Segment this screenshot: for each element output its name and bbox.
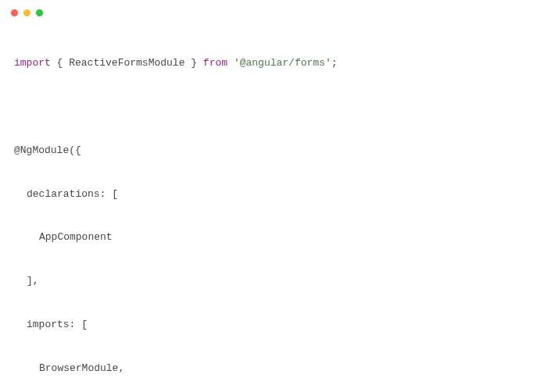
code-line: ], [14,270,527,292]
code-line: BrowserModule, [14,358,527,380]
code-line: import { ReactiveFormsModule } from '@an… [14,52,527,74]
maximize-dot-icon [36,9,43,16]
code-text [228,57,234,69]
keyword-import: import [14,57,51,69]
code-line: declarations: [ [14,184,527,205]
blank-line [14,96,527,118]
code-text: ; [331,57,338,69]
window-controls [0,0,541,21]
code-block: import { ReactiveFormsModule } from '@an… [0,21,541,392]
code-text: BrowserModule, [39,362,124,374]
close-dot-icon [11,9,18,16]
code-text: ], [27,275,39,287]
code-line: @NgModule({ [14,140,527,162]
decorator: @NgModule({ [14,144,81,156]
code-text: declarations: [ [27,188,118,200]
code-text: imports: [ [27,319,88,330]
code-text: { ReactiveFormsModule } [51,57,203,69]
keyword-from: from [203,57,228,69]
minimize-dot-icon [23,9,30,16]
code-text: AppComponent [39,231,113,243]
string-literal: '@angular/forms' [234,57,331,69]
code-line: imports: [ [14,314,527,336]
code-line: AppComponent [14,226,527,248]
